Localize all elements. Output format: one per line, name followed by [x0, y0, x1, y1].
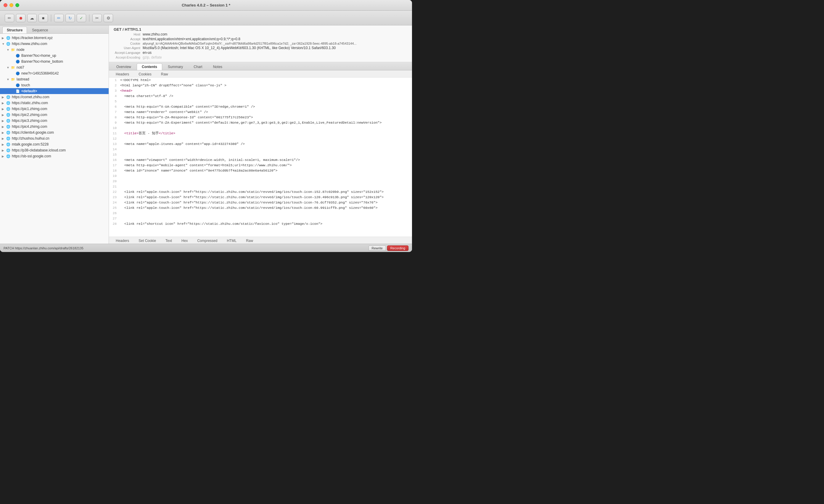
code-line: 24 <link rel="apple-touch-icon" href="ht…	[109, 200, 412, 205]
tree-item-18[interactable]: ▶🌐http://zhushou.huihui.cn	[0, 135, 109, 141]
line-number: 16	[109, 157, 120, 163]
globe-icon-19: 🌐	[6, 142, 11, 147]
tab-summary[interactable]: Summary	[163, 63, 188, 70]
line-content	[120, 125, 408, 131]
code-line: 3<head>	[109, 88, 412, 94]
bottom-tab-compressed[interactable]: Compressed	[193, 238, 222, 244]
minimize-button[interactable]	[9, 3, 13, 7]
tree-item-14[interactable]: ▶🌐https://pic2.zhimg.com	[0, 112, 109, 118]
accept-label: Accept	[114, 37, 140, 41]
tree-label-9: touch	[21, 83, 30, 87]
toolbar-settings-button[interactable]: ⚙	[104, 14, 113, 22]
tab-contents[interactable]: Contents	[137, 63, 162, 70]
tree-item-16[interactable]: ▶🌐https://pic4.zhimg.com	[0, 124, 109, 130]
toolbar-edit-button[interactable]: ✏	[54, 14, 64, 22]
tree-item-21[interactable]: ▶🌐https://sb-ssl.google.com	[0, 153, 109, 159]
line-number: 28	[109, 221, 120, 227]
close-button[interactable]	[4, 3, 7, 7]
line-number: 26	[109, 211, 120, 216]
bottom-tab-headers[interactable]: Headers	[111, 238, 133, 244]
line-content: <meta name="renderer" content="webkit" /…	[120, 109, 408, 115]
code-line: 22 <link rel="apple-touch-icon" href="ht…	[109, 189, 412, 195]
request-info: GET / HTTP/1.1 Host www.zhihu.com Accept…	[109, 25, 412, 62]
line-number: 9	[109, 120, 120, 125]
tree-arrow-2: ▼	[2, 42, 6, 45]
tree-label-16: https://pic4.zhimg.com	[12, 125, 47, 129]
line-number: 8	[109, 115, 120, 120]
request-lang-line: Accept-Language en-us	[114, 50, 407, 55]
tree-label-2: https://www.zhihu.com	[12, 42, 47, 46]
tree-arrow-17: ▶	[2, 131, 6, 134]
rewrite-button[interactable]: Rewrite	[369, 246, 386, 251]
tree-item-2[interactable]: ▼🌐https://www.zhihu.com	[0, 41, 109, 47]
tab-notes[interactable]: Notes	[208, 63, 227, 70]
bottom-tab-hex[interactable]: Hex	[177, 238, 192, 244]
tree-item-5[interactable]: 🔵Banner?loc=home_bottom	[0, 58, 109, 65]
tree-item-15[interactable]: ▶🌐https://pic3.zhimg.com	[0, 118, 109, 124]
tab-chart[interactable]: Chart	[189, 63, 207, 70]
tree-arrow-15: ▶	[2, 119, 6, 122]
globe-icon-17: 🌐	[6, 130, 11, 135]
tree-item-8[interactable]: ▼📁lastread	[0, 76, 109, 82]
maximize-button[interactable]	[15, 3, 19, 7]
tree-label-15: https://pic3.zhimg.com	[12, 119, 47, 123]
line-content: <link rel="apple-touch-icon" href="https…	[120, 205, 408, 211]
line-number: 17	[109, 163, 120, 168]
tree-arrow-13: ▶	[2, 107, 6, 111]
sidebar-tab-structure[interactable]: Structure	[2, 27, 27, 33]
tab-overview[interactable]: Overview	[111, 63, 136, 70]
check-icon: ✓	[80, 16, 83, 20]
tree-item-6[interactable]: ▼📁noti7	[0, 65, 109, 71]
tree-label-6: noti7	[17, 66, 24, 70]
tree-item-3[interactable]: ▼📁node	[0, 47, 109, 53]
code-line: 2<html lang="zh-CN" dropEffect="none" cl…	[109, 83, 412, 88]
tree-item-4[interactable]: 🔵Banner?loc=home_up	[0, 53, 109, 58]
line-content	[120, 152, 408, 157]
code-line: 4 <meta charset="utf-8" />	[109, 94, 412, 99]
bottom-tab-text[interactable]: Text	[161, 238, 176, 244]
toolbar-stop-button[interactable]: ■	[38, 14, 48, 22]
globe-icon-16: 🌐	[6, 124, 11, 129]
toolbar-pen-button[interactable]: ✏	[5, 14, 14, 22]
sub-tab-cookies[interactable]: Cookies	[134, 71, 156, 77]
tree-item-17[interactable]: ▶🌐https://clients4.google.com	[0, 130, 109, 135]
sidebar-tree: ▶🌐https://tracker.btorrent.xyz▼🌐https://…	[0, 34, 109, 244]
globe-icon-21: 🌐	[6, 154, 11, 158]
tree-label-21: https://sb-ssl.google.com	[12, 154, 51, 158]
status-url: PATCH https://zhuanlan.zhihu.com/api/dra…	[4, 246, 369, 250]
tree-label-19: mtalk.google.com:5228	[12, 142, 48, 146]
toolbar-refresh-button[interactable]: ↻	[66, 14, 75, 22]
tree-arrow-18: ▶	[2, 137, 6, 140]
request-cookie-line: Cookie aliyungf_tc=AQAAAHt4nQBo6wMA6aDSe…	[114, 42, 407, 45]
toolbar-cloud-button[interactable]: ☁	[27, 14, 37, 22]
code-line: 11 <title>首页 - 知乎</title>	[109, 131, 412, 136]
code-line: 13 <meta name="apple-itunes-app" content…	[109, 141, 412, 147]
bottom-tab-html[interactable]: HTML	[222, 238, 241, 244]
bottom-tab-setcookie[interactable]: Set Cookie	[134, 238, 161, 244]
sub-tab-raw[interactable]: Raw	[157, 71, 173, 77]
line-content: <meta http-equiv="X-ZA-Experiment" conte…	[120, 120, 408, 125]
recording-button[interactable]: Recording	[387, 246, 408, 251]
bottom-tab-raw[interactable]: Raw	[241, 238, 258, 244]
tree-item-7[interactable]: 🔵new?r=1491536849142	[0, 71, 109, 76]
tree-item-10[interactable]: 📄<default>	[0, 88, 109, 94]
toolbar-validate-button[interactable]: ✓	[77, 14, 86, 22]
line-content: <link rel="apple-touch-icon" href="https…	[120, 200, 408, 205]
tree-item-1[interactable]: ▶🌐https://tracker.btorrent.xyz	[0, 35, 109, 41]
stop-icon: ■	[42, 16, 44, 20]
tree-item-13[interactable]: ▶🌐https://pic1.zhimg.com	[0, 106, 109, 112]
toolbar-tools-button[interactable]: ✂	[92, 14, 102, 22]
tree-item-12[interactable]: ▶🌐https://static.zhihu.com	[0, 100, 109, 106]
tree-item-11[interactable]: ▶🌐https://comet.zhihu.com	[0, 94, 109, 100]
line-number: 25	[109, 205, 120, 211]
tree-item-20[interactable]: ▶🌐https://p38-ckdatabase.icloud.com	[0, 147, 109, 153]
tree-label-7: new?r=1491536849142	[21, 71, 59, 76]
toolbar-record-button[interactable]: ⏺	[16, 14, 25, 22]
line-content: <meta charset="utf-8" />	[120, 94, 408, 99]
sidebar-tab-sequence[interactable]: Sequence	[27, 27, 53, 33]
tree-item-19[interactable]: ▶🌐mtalk.google.com:5228	[0, 141, 109, 147]
tree-item-9[interactable]: 🔵touch	[0, 82, 109, 88]
sub-tab-headers[interactable]: Headers	[111, 71, 133, 77]
tree-label-1: https://tracker.btorrent.xyz	[12, 36, 53, 40]
status-bar: PATCH https://zhuanlan.zhihu.com/api/dra…	[0, 244, 412, 252]
